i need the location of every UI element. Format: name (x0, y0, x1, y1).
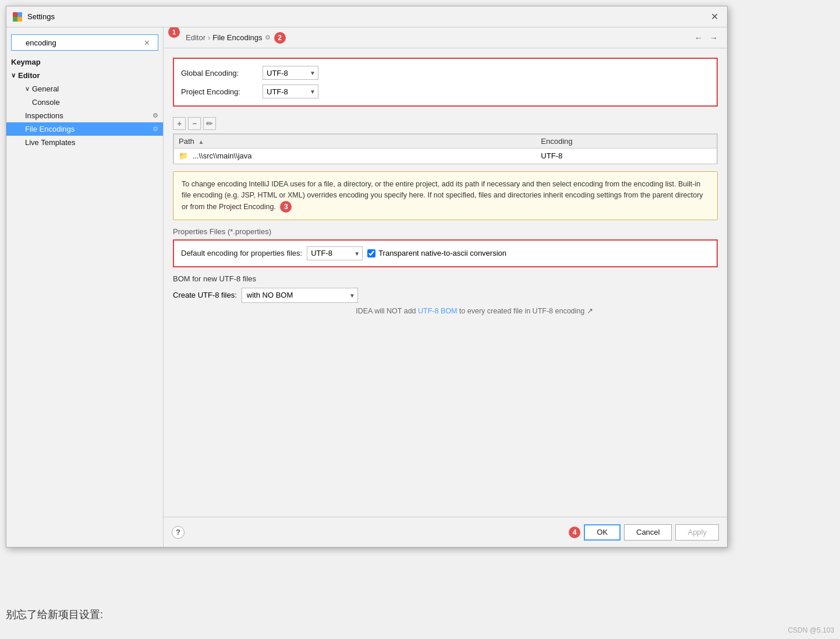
button-bar: ? 4 OK Cancel Apply (164, 517, 727, 547)
properties-section-label: Properties Files (*.properties) (173, 227, 718, 236)
transparent-checkbox-row: Transparent native-to-ascii conversion (367, 249, 506, 257)
main-panel: 1 Editor › File Encodings ⚙ 2 ← → Global… (164, 27, 727, 547)
add-encoding-button[interactable]: + (173, 117, 186, 130)
transparent-checkbox[interactable] (367, 249, 375, 257)
remove-encoding-button[interactable]: − (188, 117, 201, 130)
bom-note-text: IDEA will NOT add (356, 307, 418, 315)
badge-4: 4 (569, 527, 580, 538)
apply-button[interactable]: Apply (675, 524, 719, 541)
bottom-caption: 别忘了给新项目设置: (6, 608, 103, 622)
sidebar-item-file-encodings-label: File Encodings (25, 125, 75, 133)
breadcrumb-nav: ← → (692, 31, 720, 44)
badge-1: 1 (168, 27, 180, 38)
editor-chevron-icon: ∨ (11, 72, 16, 79)
settings-content: Global Encoding: UTF-8 UTF-16 ISO-8859-1… (164, 48, 727, 517)
create-utf8-label: Create UTF-8 files: (173, 291, 237, 299)
inspections-settings-icon: ⚙ (153, 112, 158, 119)
sidebar: 🔍 ✕ Keymap ∨ Editor ∨ General Console (6, 27, 164, 547)
bom-select-wrapper: with NO BOM with BOM ▼ (242, 288, 358, 303)
transparent-label: Transparent native-to-ascii conversion (378, 249, 506, 257)
breadcrumb-bar: 1 Editor › File Encodings ⚙ 2 ← → (164, 27, 727, 48)
svg-rect-2 (13, 17, 17, 22)
folder-icon: 📁 (179, 151, 188, 160)
utf8-bom-link[interactable]: UTF-8 BOM (418, 307, 457, 315)
bom-note-suffix: to every created file in UTF-8 encoding … (457, 307, 593, 315)
project-encoding-select-wrapper: UTF-8 UTF-16 ISO-8859-1 ▼ (263, 84, 318, 98)
col-path-header[interactable]: Path ▲ (174, 135, 537, 149)
badge-2: 2 (274, 32, 286, 44)
properties-encoding-select-wrapper: UTF-8 UTF-16 ISO-8859-1 ▼ (307, 246, 363, 260)
close-button[interactable]: ✕ (707, 10, 721, 24)
sidebar-item-keymap[interactable]: Keymap (6, 55, 163, 69)
sidebar-item-general-label: General (32, 84, 59, 93)
ok-button[interactable]: OK (584, 524, 621, 541)
breadcrumb-settings-icon: ⚙ (265, 34, 271, 41)
search-clear-icon[interactable]: ✕ (144, 38, 150, 47)
global-encoding-select-wrapper: UTF-8 UTF-16 ISO-8859-1 ▼ (263, 66, 318, 80)
sidebar-item-console-label: Console (32, 98, 60, 107)
settings-dialog: Settings ✕ 🔍 ✕ Keymap ∨ Editor ∨ (6, 6, 728, 548)
path-encoding-table: Path ▲ Encoding 📁 (173, 134, 717, 164)
search-container: 🔍 ✕ (6, 32, 163, 55)
sidebar-item-file-encodings[interactable]: File Encodings ⚙ (6, 122, 163, 136)
sidebar-item-inspections-label: Inspections (25, 111, 63, 120)
bottom-right-text: CSDN @5.103 (788, 626, 834, 634)
bom-section: BOM for new UTF-8 files Create UTF-8 fil… (173, 274, 718, 315)
cancel-button[interactable]: Cancel (624, 524, 672, 541)
table-cell-encoding: UTF-8 (536, 149, 717, 164)
file-encodings-settings-icon: ⚙ (153, 125, 158, 133)
properties-encoding-select[interactable]: UTF-8 UTF-16 ISO-8859-1 (307, 246, 363, 260)
project-encoding-label: Project Encoding: (181, 87, 263, 96)
info-box: To change encoding IntelliJ IDEA uses fo… (173, 171, 718, 220)
content-area: 🔍 ✕ Keymap ∨ Editor ∨ General Console (6, 27, 727, 547)
path-encoding-table-container: Path ▲ Encoding 📁 (173, 133, 718, 164)
sidebar-item-live-templates[interactable]: Live Templates (6, 136, 163, 149)
nav-back-button[interactable]: ← (692, 31, 705, 44)
bom-create-row: Create UTF-8 files: with NO BOM with BOM… (173, 288, 718, 303)
table-cell-path: 📁 ...\\src\\main\\java (174, 149, 537, 164)
badge-3: 3 (280, 201, 292, 213)
global-encoding-box: Global Encoding: UTF-8 UTF-16 ISO-8859-1… (173, 58, 718, 107)
breadcrumb-separator: › (208, 33, 210, 42)
default-encoding-label: Default encoding for properties files: (181, 249, 302, 257)
table-toolbar: + − ✏ (173, 116, 718, 131)
svg-rect-1 (17, 12, 22, 17)
sidebar-item-inspections[interactable]: Inspections ⚙ (6, 109, 163, 122)
svg-rect-3 (17, 17, 22, 22)
sidebar-item-editor-label: Editor (18, 71, 40, 80)
nav-forward-button[interactable]: → (707, 31, 720, 44)
svg-rect-0 (13, 12, 17, 17)
project-encoding-select[interactable]: UTF-8 UTF-16 ISO-8859-1 (263, 84, 318, 98)
edit-encoding-button[interactable]: ✏ (203, 117, 216, 130)
app-icon (12, 12, 23, 22)
sidebar-item-general[interactable]: ∨ General (6, 82, 163, 96)
bom-section-label: BOM for new UTF-8 files (173, 274, 718, 283)
general-chevron-icon: ∨ (25, 85, 30, 93)
bom-select[interactable]: with NO BOM with BOM (242, 288, 358, 303)
info-box-text: To change encoding IntelliJ IDEA uses fo… (182, 180, 703, 211)
sort-icon: ▲ (198, 139, 204, 145)
properties-encoding-row: Default encoding for properties files: U… (181, 246, 710, 260)
sidebar-item-keymap-label: Keymap (11, 58, 41, 66)
table-row[interactable]: 📁 ...\\src\\main\\java UTF-8 (174, 149, 717, 164)
window-title: Settings (27, 12, 707, 21)
global-encoding-label: Global Encoding: (181, 69, 263, 77)
sidebar-item-console[interactable]: Console (6, 96, 163, 109)
breadcrumb-current: File Encodings (212, 33, 262, 42)
bom-note: IDEA will NOT add UTF-8 BOM to every cre… (173, 306, 718, 315)
col-encoding-header[interactable]: Encoding (536, 135, 717, 149)
sidebar-item-editor[interactable]: ∨ Editor (6, 69, 163, 82)
sidebar-item-live-templates-label: Live Templates (25, 138, 75, 147)
title-bar: Settings ✕ (6, 6, 727, 27)
project-encoding-row: Project Encoding: UTF-8 UTF-16 ISO-8859-… (181, 84, 710, 98)
search-input[interactable] (11, 34, 158, 51)
global-encoding-row: Global Encoding: UTF-8 UTF-16 ISO-8859-1… (181, 66, 710, 80)
properties-encoding-box: Default encoding for properties files: U… (173, 239, 718, 267)
global-encoding-select[interactable]: UTF-8 UTF-16 ISO-8859-1 (263, 66, 318, 80)
help-button[interactable]: ? (172, 526, 185, 539)
breadcrumb-parent[interactable]: Editor (186, 33, 205, 42)
search-wrapper: 🔍 ✕ (11, 34, 158, 51)
